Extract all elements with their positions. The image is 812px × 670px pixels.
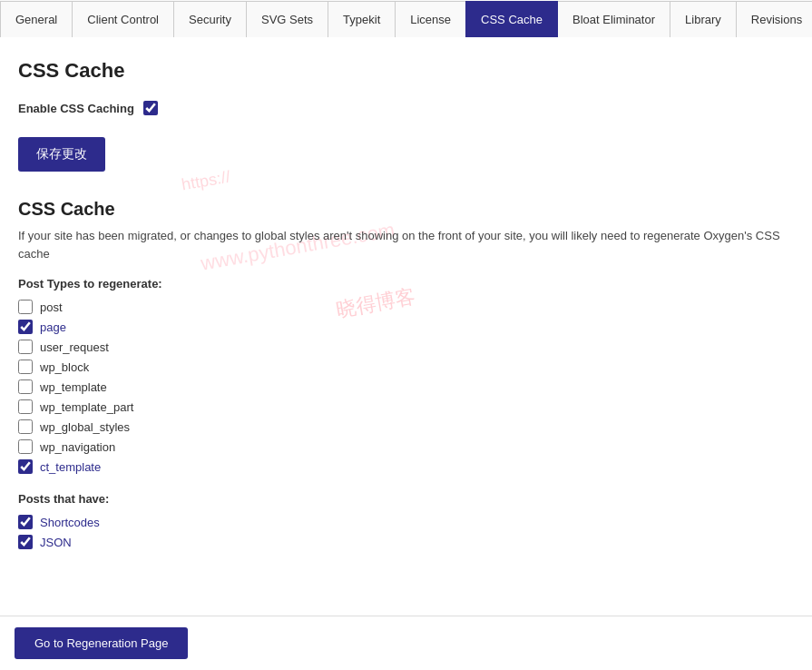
post-type-item-wp_template: wp_template — [18, 379, 794, 394]
post-type-label-wp_block: wp_block — [40, 360, 89, 374]
post-filter-checkbox-json[interactable] — [18, 535, 33, 549]
post-type-item-ct_template: ct_template — [18, 459, 794, 474]
tab-security[interactable]: Security — [173, 1, 247, 37]
post-filter-label-json: JSON — [40, 536, 72, 549]
post-type-label-wp_global_styles: wp_global_styles — [40, 420, 130, 434]
tab-svg-sets[interactable]: SVG Sets — [246, 1, 328, 37]
page-title: CSS Cache — [18, 59, 794, 83]
watermark1: https:// — [181, 167, 232, 194]
post-type-item-page: page — [18, 320, 794, 334]
enable-caching-label: Enable CSS Caching — [18, 102, 134, 115]
main-content: CSS Cache Enable CSS Caching 保存更改 https:… — [0, 37, 812, 589]
post-type-label-ct_template: ct_template — [40, 460, 101, 474]
post-type-item-wp_navigation: wp_navigation — [18, 439, 794, 454]
post-type-checkbox-wp_navigation[interactable] — [18, 439, 33, 454]
section-title: CSS Cache — [18, 199, 794, 220]
css-cache-section: https:// www.pythonthree.com 晓得博客 CSS Ca… — [18, 199, 794, 549]
post-type-checkbox-wp_global_styles[interactable] — [18, 419, 33, 434]
post-type-checkbox-ct_template[interactable] — [18, 459, 33, 474]
post-type-checkbox-post[interactable] — [18, 300, 33, 314]
tab-client-control[interactable]: Client Control — [72, 1, 174, 37]
post-filter-item-json: JSON — [18, 535, 794, 549]
post-filter-checkbox-shortcodes[interactable] — [18, 515, 33, 529]
posts-that-have-label: Posts that have: — [18, 492, 794, 506]
tab-general[interactable]: General — [0, 1, 73, 37]
post-type-item-wp_global_styles: wp_global_styles — [18, 419, 794, 434]
tab-css-cache[interactable]: CSS Cache — [465, 1, 558, 37]
post-type-label-page: page — [40, 320, 66, 334]
post-type-label-user_request: user_request — [40, 340, 109, 354]
enable-caching-checkbox[interactable] — [143, 101, 158, 115]
post-type-label-wp_template: wp_template — [40, 380, 107, 394]
post-type-checkbox-wp_template[interactable] — [18, 379, 33, 394]
post-filter-label-shortcodes: Shortcodes — [40, 516, 100, 529]
post-type-checkbox-wp_block[interactable] — [18, 360, 33, 374]
tab-license[interactable]: License — [395, 1, 466, 37]
tab-library[interactable]: Library — [670, 1, 737, 37]
post-type-label-wp_template_part: wp_template_part — [40, 400, 133, 414]
save-button[interactable]: 保存更改 — [18, 137, 105, 172]
post-type-checkbox-wp_template_part[interactable] — [18, 399, 33, 414]
post-type-checkbox-user_request[interactable] — [18, 340, 33, 354]
post-filters-list: ShortcodesJSON — [18, 515, 794, 549]
tab-typekit[interactable]: Typekit — [328, 1, 396, 37]
post-type-label-post: post — [40, 301, 63, 314]
description-text: If your site has been migrated, or chang… — [18, 227, 794, 262]
post-types-list: postpageuser_requestwp_blockwp_templatew… — [18, 300, 794, 474]
post-type-item-wp_block: wp_block — [18, 360, 794, 374]
post-types-label: Post Types to regenerate: — [18, 277, 794, 291]
post-type-label-wp_navigation: wp_navigation — [40, 440, 115, 454]
post-type-item-user_request: user_request — [18, 340, 794, 354]
post-filter-item-shortcodes: Shortcodes — [18, 515, 794, 529]
post-type-item-wp_template_part: wp_template_part — [18, 399, 794, 414]
post-type-item-post: post — [18, 300, 794, 314]
tab-bar: GeneralClient ControlSecuritySVG SetsTyp… — [0, 0, 812, 37]
tab-bloat-eliminator[interactable]: Bloat Eliminator — [557, 1, 670, 37]
enable-caching-row: Enable CSS Caching — [18, 101, 794, 115]
tab-revisions[interactable]: Revisions — [736, 1, 812, 37]
post-type-checkbox-page[interactable] — [18, 320, 33, 334]
